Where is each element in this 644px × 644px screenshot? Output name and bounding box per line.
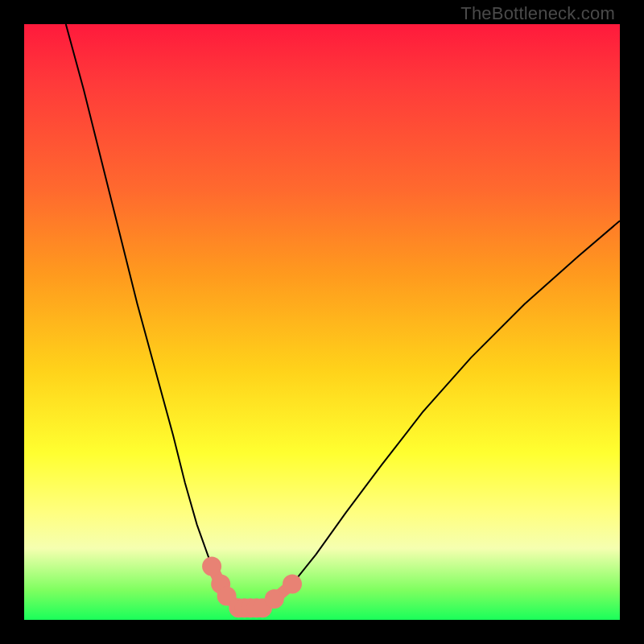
marker-dot (265, 589, 284, 609)
plot-area (24, 24, 620, 620)
marker-dots (202, 556, 302, 617)
marker-dot (283, 575, 302, 594)
watermark-text: TheBottleneck.com (460, 3, 615, 24)
marker-dot (202, 556, 221, 576)
right-curve (262, 221, 620, 608)
chart-frame: TheBottleneck.com (0, 0, 644, 644)
curve-svg (24, 24, 620, 620)
left-curve (66, 24, 239, 608)
